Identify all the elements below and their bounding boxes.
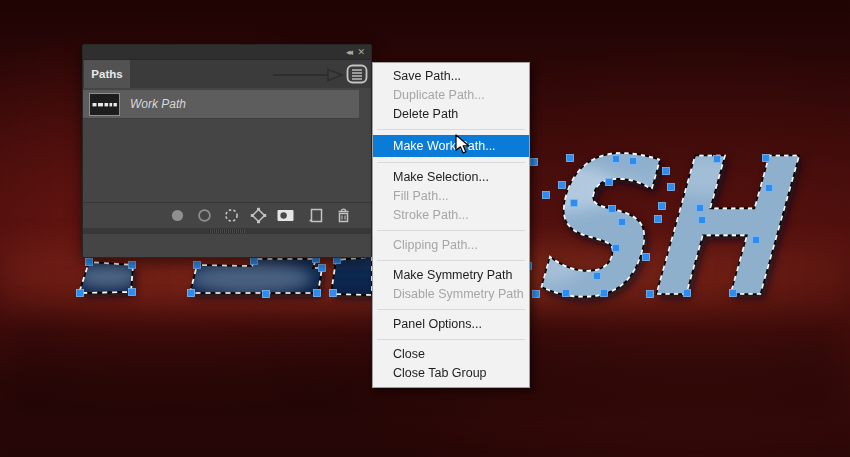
panel-body: Work Path bbox=[83, 88, 371, 234]
panel-resize-strip[interactable] bbox=[83, 228, 371, 234]
anchor-point[interactable] bbox=[668, 184, 675, 191]
menu-item-close[interactable]: Close bbox=[373, 345, 529, 364]
anchor-point[interactable] bbox=[655, 216, 662, 223]
anchor-point[interactable] bbox=[753, 237, 760, 244]
panel-menu-button[interactable] bbox=[346, 64, 368, 84]
photoshop-canvas: SH bbox=[0, 0, 850, 457]
paths-panel-menu: Save Path... Duplicate Path... Delete Pa… bbox=[372, 62, 530, 388]
anchor-point[interactable] bbox=[314, 290, 321, 297]
panel-close-icon[interactable]: ✕ bbox=[357, 46, 365, 58]
menu-item-clipping-path: Clipping Path... bbox=[373, 236, 529, 255]
menu-separator bbox=[377, 339, 525, 340]
make-work-path-icon[interactable] bbox=[250, 207, 267, 224]
tab-paths[interactable]: Paths bbox=[84, 60, 130, 88]
stroke-path-icon[interactable] bbox=[196, 207, 213, 224]
work-path-row[interactable]: Work Path bbox=[83, 90, 359, 119]
anchor-point[interactable] bbox=[609, 206, 616, 213]
anchor-point[interactable] bbox=[543, 192, 550, 199]
resize-gripper-icon bbox=[209, 229, 245, 233]
anchor-point[interactable] bbox=[86, 259, 93, 266]
load-selection-icon[interactable] bbox=[223, 207, 240, 224]
anchor-point[interactable] bbox=[647, 291, 654, 298]
work-path-thumbnail bbox=[89, 93, 120, 116]
anchor-point[interactable] bbox=[251, 258, 258, 265]
anchor-point[interactable] bbox=[663, 168, 670, 175]
menu-item-close-tab-group[interactable]: Close Tab Group bbox=[373, 364, 529, 383]
add-mask-icon[interactable] bbox=[277, 207, 294, 224]
anchor-point[interactable] bbox=[699, 217, 706, 224]
anchor-point[interactable] bbox=[129, 289, 136, 296]
menu-item-delete-path[interactable]: Delete Path bbox=[373, 105, 529, 124]
menu-item-stroke-path: Stroke Path... bbox=[373, 206, 529, 225]
anchor-point[interactable] bbox=[630, 158, 637, 165]
menu-separator bbox=[377, 260, 525, 261]
menu-item-make-symmetry-path[interactable]: Make Symmetry Path bbox=[373, 266, 529, 285]
anchor-point[interactable] bbox=[643, 254, 650, 261]
anchor-point[interactable] bbox=[533, 291, 540, 298]
menu-item-save-path[interactable]: Save Path... bbox=[373, 67, 529, 86]
menu-item-make-selection[interactable]: Make Selection... bbox=[373, 168, 529, 187]
annotation-arrow bbox=[272, 68, 344, 82]
panel-toolbar bbox=[83, 202, 371, 228]
delete-path-icon[interactable] bbox=[335, 207, 352, 224]
paths-panel: ◂◂ ✕ Paths bbox=[82, 44, 372, 258]
anchor-point[interactable] bbox=[763, 155, 770, 162]
menu-item-duplicate-path: Duplicate Path... bbox=[373, 86, 529, 105]
anchor-point[interactable] bbox=[659, 203, 666, 210]
anchor-point[interactable] bbox=[77, 290, 84, 297]
hamburger-icon bbox=[352, 70, 362, 79]
fill-path-icon[interactable] bbox=[169, 207, 186, 224]
anchor-point[interactable] bbox=[567, 155, 574, 162]
menu-separator bbox=[377, 309, 525, 310]
panel-tab-bar: Paths bbox=[83, 60, 371, 88]
panel-title-bar: ◂◂ ✕ bbox=[83, 45, 371, 60]
anchor-point[interactable] bbox=[571, 200, 578, 207]
anchor-point[interactable] bbox=[697, 205, 704, 212]
anchor-point[interactable] bbox=[714, 156, 721, 163]
menu-separator bbox=[377, 129, 525, 130]
anchor-point[interactable] bbox=[606, 179, 613, 186]
anchor-point[interactable] bbox=[601, 290, 608, 297]
anchor-point[interactable] bbox=[129, 262, 136, 269]
menu-item-disable-symmetry-path: Disable Symmetry Path bbox=[373, 285, 529, 304]
anchor-point[interactable] bbox=[330, 290, 337, 297]
anchor-point[interactable] bbox=[613, 156, 620, 163]
menu-item-make-work-path[interactable]: Make Work Path... bbox=[373, 135, 529, 157]
anchor-point[interactable] bbox=[319, 265, 326, 272]
new-path-icon[interactable] bbox=[307, 207, 324, 224]
anchor-point[interactable] bbox=[684, 290, 691, 297]
anchor-point[interactable] bbox=[188, 290, 195, 297]
menu-separator bbox=[377, 230, 525, 231]
anchor-point[interactable] bbox=[766, 185, 773, 192]
anchor-point[interactable] bbox=[613, 245, 620, 252]
anchor-point[interactable] bbox=[594, 273, 601, 280]
menu-item-fill-path: Fill Path... bbox=[373, 187, 529, 206]
anchor-point[interactable] bbox=[559, 182, 566, 189]
anchor-point[interactable] bbox=[263, 291, 270, 298]
collapse-to-icons-icon[interactable]: ◂◂ bbox=[346, 46, 351, 58]
anchor-point[interactable] bbox=[194, 262, 201, 269]
anchor-point[interactable] bbox=[563, 290, 570, 297]
menu-separator bbox=[377, 162, 525, 163]
menu-item-panel-options[interactable]: Panel Options... bbox=[373, 315, 529, 334]
anchor-point[interactable] bbox=[531, 159, 538, 166]
anchor-point[interactable] bbox=[619, 219, 626, 226]
anchor-point[interactable] bbox=[730, 290, 737, 297]
work-path-label: Work Path bbox=[130, 97, 186, 111]
